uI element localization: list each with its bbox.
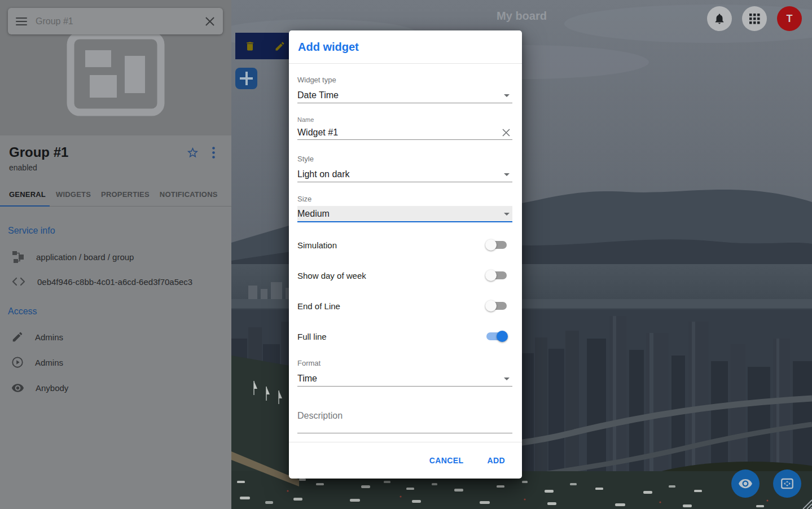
access-heading: Access — [8, 306, 37, 317]
kebab-icon — [212, 147, 215, 159]
end-of-line-row: End of Line — [297, 298, 512, 314]
menu-icon[interactable] — [16, 17, 27, 25]
active-tab-indicator — [0, 205, 50, 207]
clear-icon[interactable] — [501, 128, 511, 138]
size-label: Size — [297, 195, 512, 204]
full-line-label: Full line — [297, 332, 327, 341]
chevron-down-icon — [504, 173, 510, 176]
sidebar-search-bar: Group #1 — [8, 8, 223, 34]
tab-widgets[interactable]: WIDGETS — [56, 190, 91, 199]
close-icon[interactable] — [205, 16, 215, 27]
name-value: Widget #1 — [297, 128, 338, 138]
pencil-icon — [11, 331, 24, 343]
service-info-heading: Service info — [8, 226, 55, 236]
end-of-line-toggle[interactable] — [486, 302, 507, 310]
access-edit-row: Admins — [11, 331, 63, 343]
code-icon — [11, 275, 26, 288]
service-id-row: 0eb4f946-c8bb-4c01-a6cd-6ed3f70a5ec3 — [11, 275, 192, 288]
simulation-label: Simulation — [297, 240, 337, 250]
service-type-row: application / board / group — [11, 250, 134, 264]
eye-icon — [738, 476, 753, 491]
style-field: Style Light on dark — [297, 155, 512, 182]
widget-type-field: Widget type Date Time — [297, 76, 512, 103]
dialog-footer: CANCEL ADD — [289, 442, 522, 479]
widget-edit-toolbar — [235, 33, 295, 59]
size-select[interactable]: Medium — [297, 206, 512, 222]
tab-notifications[interactable]: NOTIFICATIONS — [160, 190, 218, 199]
style-value: Light on dark — [297, 169, 350, 179]
full-line-toggle[interactable] — [486, 332, 507, 340]
cancel-button[interactable]: CANCEL — [429, 456, 464, 465]
sidebar-tabs: GENERAL WIDGETS PROPERTIES NOTIFICATIONS — [0, 183, 231, 207]
resize-handle[interactable] — [800, 497, 812, 509]
bell-icon — [713, 12, 726, 25]
favorite-star-button[interactable] — [186, 146, 199, 161]
access-run-text: Admins — [35, 358, 63, 367]
access-view-row: Anybody — [11, 381, 68, 394]
description-field[interactable]: Description — [297, 410, 512, 433]
name-label: Name — [297, 116, 512, 124]
chevron-down-icon — [504, 378, 510, 380]
widget-type-select[interactable]: Date Time — [297, 88, 512, 103]
overscan-icon — [780, 476, 795, 491]
add-widget-dialog: Add widget Widget type Date Time Name Wi… — [289, 30, 522, 479]
widget-type-label: Widget type — [297, 76, 512, 85]
simulation-toggle[interactable] — [486, 241, 507, 249]
tab-general[interactable]: GENERAL — [9, 190, 46, 199]
description-underline — [297, 433, 512, 433]
simulation-row: Simulation — [297, 237, 512, 253]
widget-type-value: Date Time — [297, 90, 339, 100]
avatar-initial: T — [787, 13, 793, 25]
more-options-button[interactable] — [212, 147, 215, 161]
apps-grid-icon — [749, 14, 760, 24]
trash-icon — [244, 41, 256, 52]
format-select[interactable]: Time — [297, 371, 512, 387]
user-avatar[interactable]: T — [777, 6, 802, 31]
dialog-header: Add widget — [289, 30, 522, 64]
group-sidebar: Group #1 Group #1 enabled GENERAL WIDGET… — [0, 0, 231, 509]
format-value: Time — [297, 374, 317, 384]
name-field: Name Widget #1 — [297, 116, 512, 140]
hierarchy-icon — [11, 250, 25, 264]
size-value: Medium — [297, 209, 330, 219]
access-run-row: Admins — [11, 356, 63, 368]
edit-widget-button[interactable] — [274, 41, 286, 52]
name-input[interactable]: Widget #1 — [297, 125, 512, 140]
show-day-of-week-row: Show day of week — [297, 267, 512, 283]
delete-widget-button[interactable] — [244, 41, 256, 52]
full-line-row: Full line — [297, 328, 512, 344]
style-label: Style — [297, 155, 512, 164]
group-status: enabled — [9, 163, 37, 172]
service-type-text: application / board / group — [36, 252, 134, 262]
play-circle-icon — [11, 356, 24, 368]
dialog-title: Add widget — [298, 41, 359, 54]
description-placeholder: Description — [297, 410, 512, 422]
board-placeholder-image — [67, 32, 165, 116]
group-title: Group #1 — [9, 144, 68, 160]
notifications-button[interactable] — [707, 6, 732, 31]
search-input[interactable]: Group #1 — [36, 16, 205, 27]
access-edit-text: Admins — [35, 332, 63, 342]
add-button[interactable]: ADD — [487, 456, 505, 465]
fit-screen-fab[interactable] — [773, 469, 801, 498]
format-label: Format — [297, 359, 512, 368]
style-select[interactable]: Light on dark — [297, 167, 512, 182]
show-day-of-week-label: Show day of week — [297, 271, 366, 280]
star-icon — [186, 146, 199, 159]
add-widget-fab[interactable] — [235, 68, 257, 89]
service-id-text: 0eb4f946-c8bb-4c01-a6cd-6ed3f70a5ec3 — [37, 277, 192, 287]
size-field: Size Medium — [297, 195, 512, 222]
app-root: My board T — [0, 0, 812, 509]
end-of-line-label: End of Line — [297, 301, 340, 311]
toggle-rows: Simulation Show day of week End of Line … — [297, 237, 512, 359]
format-field: Format Time — [297, 359, 512, 387]
preview-board-fab[interactable] — [731, 469, 760, 498]
access-view-text: Anybody — [36, 383, 68, 393]
show-day-of-week-toggle[interactable] — [486, 271, 507, 279]
tab-properties[interactable]: PROPERTIES — [101, 190, 150, 199]
chevron-down-icon — [504, 213, 510, 216]
pencil-icon — [274, 41, 286, 52]
chevron-down-icon — [504, 94, 510, 97]
eye-icon — [11, 381, 24, 394]
apps-grid-button[interactable] — [742, 6, 767, 31]
